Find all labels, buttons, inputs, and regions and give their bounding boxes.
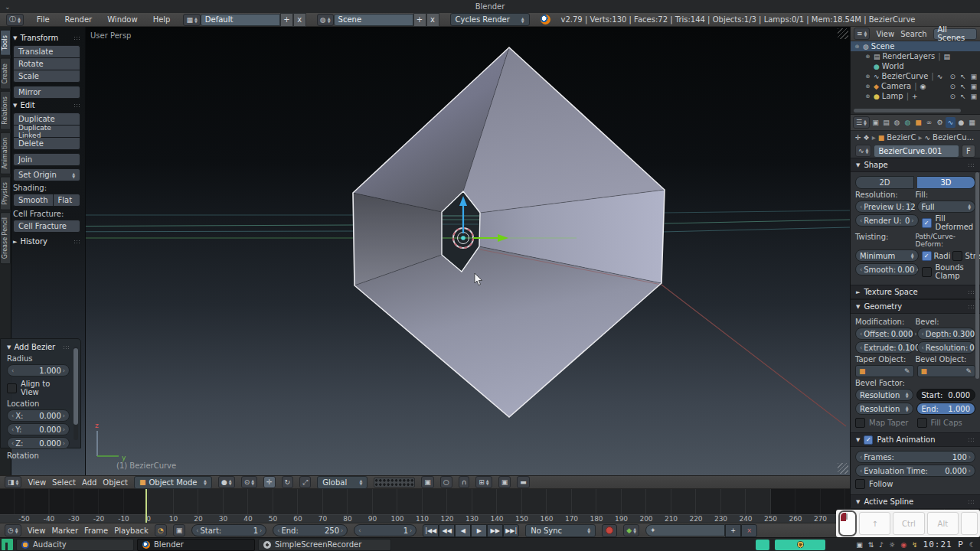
- shade-flat-button[interactable]: Flat: [54, 194, 80, 207]
- breadcrumb-data[interactable]: BezierCu...: [933, 133, 974, 142]
- outliner-item-renderlayers[interactable]: ⊕▤RenderLayers|▤: [851, 51, 980, 61]
- datablock-name-field[interactable]: BezierCurve.001: [874, 145, 959, 158]
- mode-select[interactable]: ■ Object Mode▲▼: [134, 476, 212, 489]
- bevel-factor-start-mapping-select[interactable]: Resolution▲▼: [855, 389, 913, 401]
- selectability-icon[interactable]: ↖: [960, 73, 966, 80]
- renderability-icon[interactable]: ▣: [970, 73, 977, 80]
- manipulator-translate-toggle[interactable]: ✛: [263, 476, 276, 488]
- toolshelf-tab-create[interactable]: Create: [0, 58, 11, 90]
- menu-file[interactable]: File: [34, 15, 52, 24]
- viewport-3d[interactable]: z y User Persp (1) BezierCurve: [0, 27, 850, 475]
- current-frame-field[interactable]: ‹1›: [354, 524, 416, 536]
- menu-view[interactable]: View: [876, 30, 894, 38]
- menu-object[interactable]: Object: [103, 478, 128, 487]
- expand-icon[interactable]: ⊕: [864, 93, 871, 99]
- menu-view[interactable]: View: [28, 478, 46, 487]
- shape-3d-button[interactable]: 3D: [917, 176, 975, 189]
- twist-mode-select[interactable]: Minimum▲▼: [855, 249, 919, 262]
- fill-mode-select[interactable]: Full▲▼: [917, 201, 976, 213]
- selectability-icon[interactable]: ↖: [960, 83, 966, 90]
- stretch-checkbox[interactable]: [952, 251, 962, 261]
- pin-icon[interactable]: ✛: [855, 134, 861, 142]
- path-animation-checkbox[interactable]: ✓: [864, 435, 873, 445]
- timeline-editor[interactable]: -50-40-30-20-100102030405060708090100110…: [0, 489, 980, 523]
- location-y-field[interactable]: ‹Y:0.000›: [7, 423, 70, 435]
- night-mode-icon[interactable]: ☾: [969, 541, 975, 549]
- menu-view[interactable]: View: [28, 527, 46, 535]
- add-scene-button[interactable]: +: [413, 13, 426, 27]
- expand-icon[interactable]: ⊕: [864, 54, 871, 60]
- updates-tray-icon[interactable]: ⇅: [868, 541, 874, 549]
- tab-material[interactable]: ●: [956, 117, 966, 128]
- manipulator-scale-toggle[interactable]: ⤢: [299, 476, 311, 488]
- bevel-factor-end-mapping-select[interactable]: Resolution▲▼: [855, 403, 913, 415]
- scene-field[interactable]: Scene: [334, 14, 413, 26]
- menu-add[interactable]: Add: [82, 478, 96, 487]
- outliner-item-lamp[interactable]: ⊕●Lamp|+⊙↖▣: [851, 91, 980, 101]
- map-taper-checkbox[interactable]: [855, 418, 865, 428]
- set-origin-select[interactable]: Set Origin▲▼: [13, 168, 80, 181]
- next-keyframe-button[interactable]: ▶▶: [487, 524, 503, 537]
- app-launcher-icon[interactable]: [2, 539, 13, 550]
- join-button[interactable]: Join: [13, 153, 80, 166]
- panel-header-path-animation[interactable]: ▼✓ Path Animation: [851, 432, 980, 447]
- tab-modifiers[interactable]: ⚙: [935, 117, 945, 128]
- radius-checkbox[interactable]: ✓: [922, 251, 932, 261]
- toolshelf-tab-physics[interactable]: Physics: [0, 177, 11, 210]
- bounds-clamp-checkbox[interactable]: [922, 267, 932, 277]
- snap-element-select[interactable]: ⊞▲▼: [475, 476, 492, 488]
- screen-layout-field[interactable]: Default: [201, 14, 280, 26]
- tab-texture[interactable]: ▦: [967, 117, 977, 128]
- jump-to-start-button[interactable]: |◀◀: [423, 524, 439, 537]
- menu-render[interactable]: Render: [63, 15, 95, 24]
- renderability-icon[interactable]: ▣: [970, 83, 977, 90]
- scale-button[interactable]: Scale: [13, 70, 80, 83]
- outliner-item-world[interactable]: ●World: [851, 61, 980, 71]
- menu-window[interactable]: Window: [105, 15, 139, 24]
- fill-caps-row[interactable]: Fill Caps: [917, 418, 976, 428]
- lock-camera-toggle[interactable]: ▣: [421, 476, 434, 488]
- taskbar-item-audacity[interactable]: Audacity: [16, 539, 134, 551]
- prev-keyframe-button[interactable]: ◀◀: [439, 524, 455, 537]
- menu-select[interactable]: Select: [52, 478, 76, 487]
- follow-row[interactable]: Follow: [855, 479, 975, 489]
- fill-deformed-row[interactable]: ✓Fill Deformed: [922, 214, 976, 231]
- menu-search[interactable]: Search: [900, 30, 926, 38]
- mirror-button[interactable]: Mirror: [13, 86, 80, 99]
- frame-start-field[interactable]: ‹Start:1›: [191, 524, 266, 536]
- menu-playback[interactable]: Playback: [114, 527, 149, 535]
- eyedropper-icon[interactable]: ✎: [965, 367, 972, 375]
- manipulator-rotate-toggle[interactable]: ↻: [282, 476, 294, 488]
- visibility-icon[interactable]: ⊙: [949, 93, 956, 100]
- editor-type-button[interactable]: ≡▲▼: [854, 28, 870, 40]
- offset-field[interactable]: ‹Offset:0.000›: [855, 328, 914, 340]
- fake-user-button[interactable]: F: [962, 145, 975, 158]
- outliner-scrollbar[interactable]: [854, 109, 961, 112]
- insert-keyframe-button[interactable]: +: [725, 524, 741, 537]
- panel-header-add-bezier[interactable]: ▼Add Bezier: [7, 343, 70, 351]
- menu-frame[interactable]: Frame: [84, 527, 108, 535]
- close-layout-button[interactable]: x: [293, 13, 306, 27]
- outliner-item-scene[interactable]: ⊕◍Scene: [851, 41, 980, 51]
- settings-tray-icon[interactable]: ☼: [889, 541, 895, 549]
- play-button[interactable]: ▶: [471, 524, 487, 537]
- auto-keyframe-toggle[interactable]: [602, 524, 617, 537]
- preview-u-field[interactable]: ‹Preview U:12›: [855, 201, 914, 213]
- bezier-object[interactable]: [353, 47, 665, 417]
- taper-object-field[interactable]: ■✎: [855, 365, 914, 377]
- location-z-field[interactable]: ‹Z:0.000›: [7, 437, 70, 449]
- close-scene-button[interactable]: x: [426, 13, 439, 27]
- cell-fracture-button[interactable]: Cell Fracture: [13, 220, 80, 233]
- orientation-select[interactable]: Global▲▼: [317, 476, 368, 489]
- align-to-view-row[interactable]: Align to View: [7, 380, 70, 396]
- area-resize-corner[interactable]: [838, 28, 848, 39]
- frame-end-field[interactable]: ‹End:250›: [273, 524, 348, 536]
- proportional-edit-select[interactable]: ○: [440, 476, 452, 488]
- location-x-field[interactable]: ‹X:0.000›: [7, 409, 70, 422]
- layers-widget[interactable]: [374, 478, 415, 487]
- taskbar-item-simplescreenrecorder[interactable]: SimpleScreenRecorder: [258, 539, 391, 551]
- workspace-box-active[interactable]: [775, 540, 825, 550]
- tab-object-data[interactable]: ∿: [946, 117, 956, 128]
- panel-header-active-spline[interactable]: ▼Active Spline: [851, 494, 980, 509]
- tab-object[interactable]: ■: [913, 117, 923, 128]
